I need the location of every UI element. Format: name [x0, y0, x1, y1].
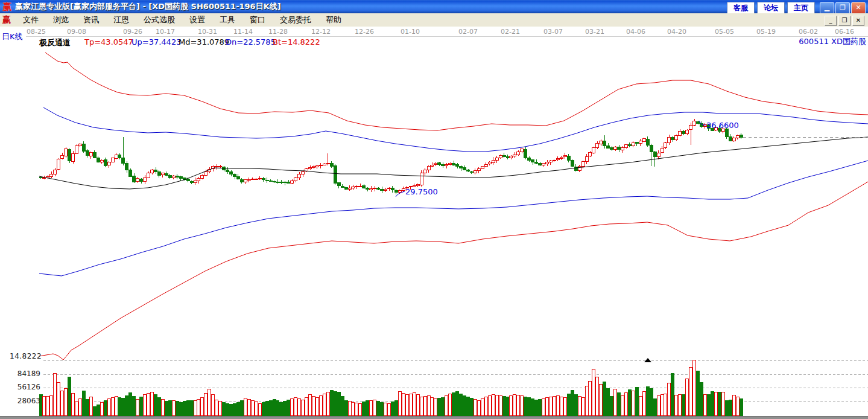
annotation-high-price: 36.6600 [706, 121, 739, 130]
volume-tick-label: 56126 [0, 383, 40, 391]
app-window: { "window": { "icon_glyph": "赢", "title"… [0, 0, 868, 419]
date-tick-label: 11-28 [268, 28, 288, 36]
channel-line-tp [45, 53, 868, 130]
indicator-param: Bt=14.8222 [273, 37, 320, 46]
volume-tick-label: 84189 [0, 369, 40, 378]
channel-lines [39, 53, 868, 360]
channel-line-dn [39, 161, 868, 276]
kline-chart-canvas[interactable] [0, 0, 868, 416]
period-label[interactable]: 日K线 [2, 31, 23, 42]
indicator-param: Dn=22.5785 [226, 37, 276, 46]
date-tick-label: 02-21 [501, 28, 520, 36]
candles [39, 119, 743, 194]
indicator-param: Up=37.4423 [131, 37, 181, 46]
date-tick-label: 03-07 [543, 28, 563, 36]
volume-tick-label: 28063 [0, 397, 40, 405]
date-tick-label: 09-08 [67, 28, 86, 36]
date-tick-label: 04-20 [667, 28, 686, 36]
date-tick-label: 04-06 [626, 28, 645, 36]
stock-label: 600511 XD国药股 [799, 36, 866, 47]
indicator-param: Md=31.0789 [179, 37, 229, 46]
date-axis-line [26, 36, 868, 37]
date-tick-label: 03-21 [585, 28, 604, 36]
date-tick-label: 05-05 [715, 28, 734, 36]
date-tick-label: 06-16 [835, 28, 854, 36]
price-bottom-label: 14.8222 [10, 352, 42, 360]
date-tick-label: 11-14 [233, 28, 253, 36]
date-tick-label: 10-31 [198, 28, 217, 36]
date-tick-label: 06-02 [799, 28, 818, 36]
channel-line-up [43, 107, 868, 152]
date-tick-label: 01-10 [401, 28, 420, 36]
indicator-name: 极反通道 [39, 37, 71, 48]
date-tick-label: 12-26 [355, 28, 374, 36]
date-tick-label: 10-17 [156, 28, 175, 36]
channel-line-bt [39, 182, 868, 360]
date-tick-label: 12-12 [311, 28, 331, 36]
marker-triangle-icon [644, 358, 651, 362]
date-tick-label: 08-25 [27, 28, 46, 36]
date-tick-label: 09-26 [123, 28, 142, 36]
annotation-low-price: 29.7500 [405, 187, 438, 196]
window-bottom-edge [0, 416, 868, 419]
date-tick-label: 05-19 [756, 28, 776, 36]
indicator-param: Tp=43.0547 [84, 37, 133, 46]
date-tick-label: 02-07 [458, 28, 478, 36]
